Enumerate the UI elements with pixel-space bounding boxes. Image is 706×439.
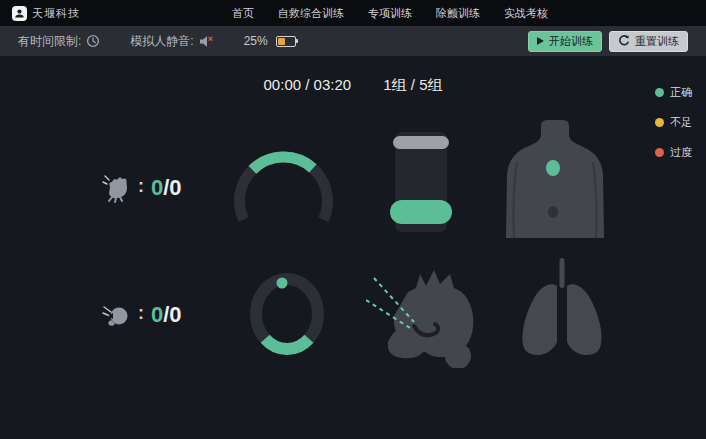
legend-item-insufficient: 不足 [655,115,692,130]
session-group-counter: 1组 / 5组 [383,76,442,93]
compression-count: 0/0 [151,175,182,201]
start-training-label: 开始训练 [549,34,593,49]
main-nav: 首页 自救综合训练 专项训练 除颤训练 实战考核 [232,6,548,21]
cpr-training-screen: { "header": { "brand": "天堰科技", "nav": [ … [0,0,706,439]
ventilation-colon: : [138,303,144,324]
battery-fill [278,38,286,45]
session-timer: 00:00 / 03:20 [264,76,352,93]
nav-item-practical-exam[interactable]: 实战考核 [504,6,548,21]
nav-item-defibrillation-training[interactable]: 除颤训练 [436,6,480,21]
insufficient-dot-icon [655,118,664,127]
breath-icon [101,300,131,330]
brand: 天堰科技 [12,6,80,21]
reset-training-button[interactable]: 重置训练 [609,31,688,52]
brand-name: 天堰科技 [32,6,80,21]
correct-dot-icon [655,88,664,97]
top-nav-bar: 天堰科技 首页 自救综合训练 专项训练 除颤训练 实战考核 [0,0,706,26]
compression-rate-target-zone [252,157,313,170]
excessive-dot-icon [655,148,664,157]
depth-current-marker [393,136,449,149]
compression-colon: : [138,176,144,197]
compression-counter: : 0/0 [101,170,182,206]
legend-item-excessive: 过度 [655,145,692,160]
nav-item-comprehensive-training[interactable]: 自救综合训练 [278,6,344,21]
battery-status: 25% [244,34,296,48]
reset-icon [618,35,630,47]
compression-point-marker [546,160,560,176]
ventilation-counter: : 0/0 [101,297,182,333]
nav-item-special-training[interactable]: 专项训练 [368,6,412,21]
torso-compression-position [503,120,607,238]
ventilation-volume-gauge [248,272,326,356]
hand-icon [101,173,131,203]
ventilation-target-zone [265,339,309,349]
manikin-mute-setting[interactable]: 模拟人静音: [130,33,213,50]
reset-training-label: 重置训练 [635,34,679,49]
lungs-graphic [510,256,614,364]
manikin-mute-label: 模拟人静音: [130,33,193,50]
toolbar: 有时间限制: 模拟人静音: 25% 开始训练 重置训练 [0,26,706,56]
depth-target-zone [390,200,452,224]
ventilation-count: 0/0 [151,302,182,328]
nav-item-home[interactable]: 首页 [232,6,254,21]
result-legend: 正确 不足 过度 [655,85,692,175]
battery-percent: 25% [244,34,268,48]
time-limit-setting[interactable]: 有时间限制: [18,33,100,50]
clock-icon[interactable] [86,34,100,48]
compression-depth-gauge [390,132,452,232]
battery-icon [276,36,296,47]
play-icon [537,37,544,45]
compression-rate-gauge [226,143,341,231]
legend-item-correct: 正确 [655,85,692,100]
head-tilt-airway-graphic [366,264,484,368]
brand-logo-icon [12,6,27,21]
ventilation-current-marker [277,278,288,289]
session-status: 00:00 / 03:20 1组 / 5组 [0,76,706,95]
speaker-muted-icon[interactable] [199,35,214,48]
time-limit-label: 有时间限制: [18,33,81,50]
start-training-button[interactable]: 开始训练 [528,31,602,52]
